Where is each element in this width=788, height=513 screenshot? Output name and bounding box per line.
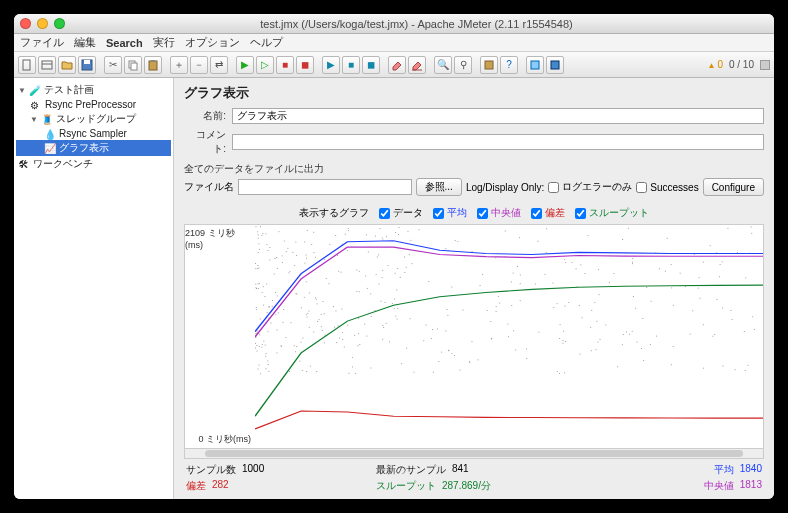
svg-rect-147 <box>584 273 585 274</box>
svg-rect-128 <box>364 324 365 325</box>
open-button[interactable] <box>58 56 76 74</box>
svg-rect-130 <box>260 226 261 227</box>
expand-button[interactable]: ＋ <box>170 56 188 74</box>
start-noTimers-button[interactable]: ▷ <box>256 56 274 74</box>
svg-rect-385 <box>412 263 413 264</box>
svg-rect-32 <box>370 293 371 294</box>
svg-rect-330 <box>295 351 296 352</box>
svg-rect-18 <box>692 310 693 311</box>
tree-sampler[interactable]: 💧Rsync Sampler <box>16 127 171 140</box>
minimize-icon[interactable] <box>37 18 48 29</box>
save-button[interactable] <box>78 56 96 74</box>
warning-count[interactable]: 0 <box>707 59 722 70</box>
name-label: 名前: <box>184 109 226 123</box>
configure-button[interactable]: Configure <box>703 178 764 196</box>
menu-run[interactable]: 実行 <box>153 35 175 50</box>
tree-preprocessor[interactable]: ⚙Rsync PreProcessor <box>16 98 171 111</box>
test-plan-tree[interactable]: ▼🧪テスト計画 ⚙Rsync PreProcessor ▼🧵スレッドグループ 💧… <box>14 78 174 499</box>
reset-search-button[interactable]: ⚲ <box>454 56 472 74</box>
legend-data-checkbox[interactable]: データ <box>379 206 423 220</box>
svg-rect-59 <box>255 348 256 349</box>
tool-extra-2[interactable] <box>546 56 564 74</box>
new-button[interactable] <box>18 56 36 74</box>
svg-rect-169 <box>275 314 276 315</box>
menu-options[interactable]: オプション <box>185 35 240 50</box>
svg-rect-296 <box>448 350 449 351</box>
svg-rect-22 <box>272 306 273 307</box>
stop-button[interactable]: ■ <box>276 56 294 74</box>
tool-extra-1[interactable] <box>526 56 544 74</box>
workbench-icon: 🛠 <box>18 159 30 169</box>
svg-rect-28 <box>255 284 256 285</box>
copy-button[interactable] <box>124 56 142 74</box>
errors-only-checkbox[interactable]: ログエラーのみ <box>548 180 632 194</box>
function-helper-button[interactable] <box>480 56 498 74</box>
svg-rect-6 <box>131 63 137 70</box>
svg-rect-35 <box>699 298 700 299</box>
beaker-icon: 🧪 <box>29 85 41 95</box>
svg-rect-227 <box>358 318 359 319</box>
svg-rect-254 <box>259 249 260 250</box>
svg-rect-250 <box>623 334 624 335</box>
start-button[interactable]: ▶ <box>236 56 254 74</box>
svg-rect-341 <box>487 310 488 311</box>
svg-rect-193 <box>690 334 691 335</box>
browse-button[interactable]: 参照... <box>416 178 462 196</box>
svg-rect-322 <box>366 336 367 337</box>
svg-rect-329 <box>673 346 674 347</box>
menu-help[interactable]: ヘルプ <box>250 35 283 50</box>
toggle-button[interactable]: ⇄ <box>210 56 228 74</box>
svg-rect-58 <box>315 297 316 298</box>
remote-start-button[interactable]: ▶ <box>322 56 340 74</box>
menu-search[interactable]: Search <box>106 37 143 49</box>
svg-rect-336 <box>307 313 308 314</box>
svg-rect-93 <box>256 309 257 310</box>
cut-button[interactable]: ✂ <box>104 56 122 74</box>
svg-rect-229 <box>354 335 355 336</box>
svg-rect-343 <box>366 234 367 235</box>
filename-input[interactable] <box>238 179 412 195</box>
svg-rect-310 <box>257 265 258 266</box>
horizontal-scrollbar[interactable] <box>184 449 764 459</box>
templates-button[interactable] <box>38 56 56 74</box>
name-input[interactable] <box>232 108 764 124</box>
search-button[interactable]: 🔍 <box>434 56 452 74</box>
svg-rect-55 <box>382 240 383 241</box>
svg-rect-238 <box>255 263 256 264</box>
close-icon[interactable] <box>20 18 31 29</box>
svg-rect-316 <box>286 251 287 252</box>
remote-stop-button[interactable]: ■ <box>342 56 360 74</box>
svg-rect-87 <box>322 330 323 331</box>
legend-throughput-checkbox[interactable]: スループット <box>575 206 649 220</box>
svg-rect-403 <box>447 309 448 310</box>
svg-rect-396 <box>255 268 256 269</box>
comment-input[interactable] <box>232 134 764 150</box>
svg-rect-278 <box>407 231 408 232</box>
menu-edit[interactable]: 編集 <box>74 35 96 50</box>
svg-rect-406 <box>395 316 396 317</box>
svg-rect-391 <box>272 300 273 301</box>
remote-shutdown-button[interactable]: ◼ <box>362 56 380 74</box>
paste-button[interactable] <box>144 56 162 74</box>
tree-graph-results[interactable]: 📈グラフ表示 <box>16 140 171 156</box>
svg-rect-188 <box>714 334 715 335</box>
gear-icon: ⚙ <box>30 100 42 110</box>
zoom-icon[interactable] <box>54 18 65 29</box>
tree-thread-group[interactable]: ▼🧵スレッドグループ <box>16 111 171 127</box>
help-button[interactable]: ? <box>500 56 518 74</box>
svg-rect-82 <box>355 373 356 374</box>
legend-median-checkbox[interactable]: 中央値 <box>477 206 521 220</box>
svg-rect-75 <box>637 342 638 343</box>
successes-checkbox[interactable]: Successes <box>636 182 698 193</box>
shutdown-button[interactable]: ◼ <box>296 56 314 74</box>
menu-file[interactable]: ファイル <box>20 35 64 50</box>
legend-dev-checkbox[interactable]: 偏差 <box>531 206 565 220</box>
collapse-button[interactable]: － <box>190 56 208 74</box>
clear-button[interactable] <box>388 56 406 74</box>
svg-rect-311 <box>633 296 634 297</box>
legend-avg-checkbox[interactable]: 平均 <box>433 206 467 220</box>
tree-workbench[interactable]: 🛠ワークベンチ <box>16 156 171 172</box>
tree-test-plan[interactable]: ▼🧪テスト計画 <box>16 82 171 98</box>
clear-all-button[interactable] <box>408 56 426 74</box>
svg-rect-249 <box>257 331 258 332</box>
